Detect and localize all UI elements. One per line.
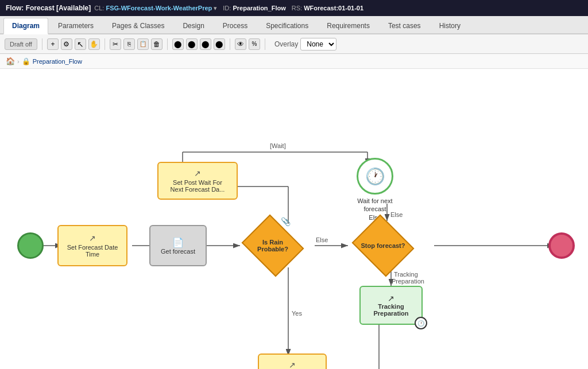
svg-text:[Wait]: [Wait] [270,142,286,149]
separator-5 [265,38,265,50]
align-col-button[interactable]: ⬤ [200,38,211,50]
tab-test-cases[interactable]: Test cases [380,18,430,33]
tab-bar: Diagram Parameters Pages & Classes Desig… [0,16,588,34]
set-post-wait-node[interactable]: ↗ Set Post Wait ForNext Forecast Da... [157,162,238,200]
overlay-label: Overlay [274,40,298,48]
meta-info: CL: FSG-WForecast-Work-WeatherPrep ▾ ID:… [94,5,363,12]
breadcrumb-separator: › [17,58,20,65]
paste-button[interactable]: 📋 [137,38,149,50]
wait-next-forecast-label: Wait for nextforecastElse [357,197,393,222]
tracking-prep-label: TrackingPreparation [373,303,408,317]
separator-2 [105,38,105,50]
set-forecast-icon: ↗ [89,234,96,243]
set-forecast-date-node[interactable]: ↗ Set Forecast DateTime [57,225,127,266]
is-rain-probable-label: Is RainProbable? [238,221,307,270]
tab-parameters[interactable]: Parameters [49,18,102,33]
breadcrumb-home-icon[interactable]: 🏠 [6,57,15,65]
set-post-wait-icon: ↗ [194,169,201,178]
set-track-preparation-node[interactable]: ↗ Set TrackPreparation [258,354,327,369]
draft-off-button[interactable]: Draft off [5,38,37,50]
get-forecast-label: Get forecast [161,248,195,255]
tab-process[interactable]: Process [214,18,256,33]
tab-diagram[interactable]: Diagram [3,18,48,34]
cursor-button[interactable]: ↖ [75,38,86,50]
separator-3 [167,38,168,50]
end-node[interactable] [548,232,575,259]
delete-button[interactable]: 🗑 [151,38,163,50]
svg-text:Tracking: Tracking [394,271,418,278]
arrows-svg: [Wait] Else Else Tracking Preparation Ye… [0,69,588,369]
add-button[interactable]: + [47,38,59,50]
percent-button[interactable]: % [249,38,260,50]
toolbar: Draft off + ⚙ ↖ ✋ ✂ ⎘ 📋 🗑 ⬤ ⬤ ⬤ ⬤ 👁 % Ov… [0,34,588,54]
tab-design[interactable]: Design [174,18,212,33]
breadcrumb-flow-name[interactable]: Preparation_Flow [33,58,82,65]
wait-next-forecast-node[interactable]: 🕐 Wait for nextforecastElse [357,158,393,222]
title-bar: Flow: Forecast [Available] CL: FSG-WFore… [0,0,588,16]
align-center-button[interactable]: ⬤ [186,38,198,50]
breadcrumb-lock-icon: 🔒 [22,57,30,65]
app-title: Flow: Forecast [Available] [6,4,91,12]
svg-text:Else: Else [316,236,328,243]
eye-button[interactable]: 👁 [235,38,246,50]
tracking-preparation-node[interactable]: ↗ TrackingPreparation 🕐 [359,286,423,325]
start-node[interactable] [17,232,44,259]
set-track-icon: ↗ [289,360,296,369]
separator-1 [42,38,42,50]
align-row-button[interactable]: ⬤ [214,38,225,50]
stop-forecast-node[interactable]: Stop forecast? [349,221,417,270]
tracking-prep-icon: ↗ [388,294,394,303]
separator-4 [230,38,230,50]
copy-button[interactable]: ⎘ [123,38,135,50]
tab-history[interactable]: History [431,18,469,33]
set-forecast-label: Set Forecast DateTime [67,244,118,258]
breadcrumb: 🏠 › 🔒 Preparation_Flow [0,54,588,69]
tab-specifications[interactable]: Specifications [257,18,317,33]
svg-text:Yes: Yes [292,310,302,317]
cl-label: CL: FSG-WForecast-Work-WeatherPrep ▾ [94,5,217,12]
align-left-button[interactable]: ⬤ [172,38,184,50]
svg-text:Preparation: Preparation [392,278,424,285]
gear-button[interactable]: ⚙ [61,38,72,50]
tab-pages-classes[interactable]: Pages & Classes [103,18,173,33]
set-post-wait-label: Set Post Wait ForNext Forecast Da... [171,179,225,193]
tab-requirements[interactable]: Requirements [318,18,378,33]
cut-button[interactable]: ✂ [110,38,121,50]
overlay-select[interactable]: None [300,38,336,51]
is-rain-probable-node[interactable]: Is RainProbable? [238,221,307,270]
diagram-canvas: [Wait] Else Else Tracking Preparation Ye… [0,69,588,369]
draft-off-label: Draft off [10,41,32,48]
hand-button[interactable]: ✋ [88,38,100,50]
timer-icon: 🕐 [357,158,393,195]
get-forecast-node[interactable]: 📄 Get forecast [149,225,207,266]
id-label: ID: Preparation_Flow [223,5,285,12]
tracking-prep-timer-icon: 🕐 [415,317,427,329]
stop-forecast-label: Stop forecast? [349,221,417,270]
get-forecast-icon: 📄 [172,237,184,248]
rs-label: RS: WForecast:01-01-01 [292,5,363,12]
